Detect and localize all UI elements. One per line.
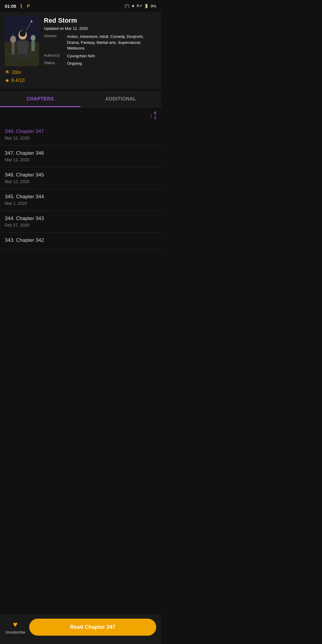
battery-icon: 🔋 <box>144 4 149 8</box>
status-bar: 01:05 🚶 P 📳 ▼ R↗ 🔋 9% <box>0 0 161 12</box>
views-count: 20m <box>12 70 21 75</box>
genres-label: Genres <box>44 34 65 38</box>
chapter-item-347[interactable]: 347. Chapter 346 Mar 12, 2020 <box>0 145 161 167</box>
chapter-date-348: Mar 12, 2020 <box>5 136 156 140</box>
manga-cover <box>5 16 39 66</box>
updated-label: Updated on <box>44 26 65 31</box>
status-right: 📳 ▼ R↗ 🔋 9% <box>125 4 156 8</box>
sort-button[interactable]: ↓ 9 1 <box>150 111 156 120</box>
person-icon: 🚶 <box>18 3 24 9</box>
sort-row: ↓ 9 1 <box>0 107 161 124</box>
battery-level: 9% <box>151 4 156 8</box>
chapter-item-345[interactable]: 345. Chapter 344 Mar 1, 2020 <box>0 189 161 211</box>
patreon-icon: P <box>27 4 30 8</box>
status-row: Status Ongoing <box>44 61 156 66</box>
rating-row: ★ 9.4/10 <box>5 77 24 84</box>
tab-additional[interactable]: ADDITIONAL <box>80 91 161 107</box>
tab-chapters[interactable]: CHAPTERS <box>0 91 80 107</box>
svg-rect-11 <box>31 41 35 51</box>
chapter-date-345: Mar 1, 2020 <box>5 201 156 206</box>
chapter-item-348[interactable]: 348. Chapter 347 Mar 12, 2020 <box>0 124 161 145</box>
authors-row: Author(s) Cyungchan Noh <box>44 53 156 59</box>
chapter-date-346: Mar 12, 2020 <box>5 179 156 184</box>
signal-icon: R↗ <box>137 4 143 8</box>
svg-point-10 <box>31 35 35 41</box>
vibrate-icon: 📳 <box>125 4 129 8</box>
manga-info: Red Storm Updated on Mar 12, 2020 Genres… <box>44 16 156 84</box>
svg-point-13 <box>11 53 35 58</box>
views-row: 👁 20m <box>5 69 21 75</box>
star-icon: ★ <box>5 77 10 84</box>
status-label: Status <box>44 61 65 65</box>
chapter-title-345: 345. Chapter 344 <box>5 194 156 200</box>
genres-value: Action, Adventure, Adult, Comedy, Doujin… <box>67 34 156 51</box>
updated-row: Updated on Mar 12, 2020 <box>44 26 156 31</box>
hero-section: 👁 20m ★ 9.4/10 Red Storm Updated on Mar … <box>0 12 161 89</box>
eye-icon: 👁 <box>5 69 10 75</box>
status-left: 01:05 🚶 P <box>5 3 30 9</box>
time-display: 01:05 <box>5 4 16 9</box>
authors-value: Cyungchan Noh <box>67 53 95 59</box>
chapter-date-347: Mar 12, 2020 <box>5 157 156 162</box>
cover-stats: 👁 20m ★ 9.4/10 <box>5 69 39 84</box>
chapter-item-343[interactable]: 343. Chapter 342 <box>0 233 161 250</box>
chapter-list: ↓ 9 1 348. Chapter 347 Mar 12, 2020 347.… <box>0 107 161 285</box>
chapter-title-347: 347. Chapter 346 <box>5 150 156 156</box>
chapter-item-346[interactable]: 346. Chapter 345 Mar 12, 2020 <box>0 167 161 189</box>
status-value: Ongoing <box>67 61 82 66</box>
chapter-title-344: 344. Chapter 343 <box>5 216 156 222</box>
chapter-date-344: Feb 27, 2020 <box>5 223 156 227</box>
chapter-item-344[interactable]: 344. Chapter 343 Feb 27, 2020 <box>0 211 161 233</box>
sort-numbers: 9 1 <box>154 111 156 120</box>
rating-value: 9.4/10 <box>11 78 24 83</box>
chapter-title-346: 346. Chapter 345 <box>5 172 156 178</box>
tab-bar: CHAPTERS ADDITIONAL <box>0 91 161 107</box>
info-table: Genres Action, Adventure, Adult, Comedy,… <box>44 34 156 66</box>
chapter-title-343: 343. Chapter 342 <box>5 237 156 243</box>
updated-date: Mar 12, 2020 <box>65 26 88 31</box>
wifi-icon: ▼ <box>131 4 135 8</box>
chapter-title-348: 348. Chapter 347 <box>5 129 156 134</box>
authors-label: Author(s) <box>44 53 65 58</box>
cover-wrapper: 👁 20m ★ 9.4/10 <box>5 16 39 84</box>
sort-arrow-icon: ↓ <box>150 112 153 119</box>
genres-row: Genres Action, Adventure, Adult, Comedy,… <box>44 34 156 51</box>
manga-title: Red Storm <box>44 17 156 24</box>
